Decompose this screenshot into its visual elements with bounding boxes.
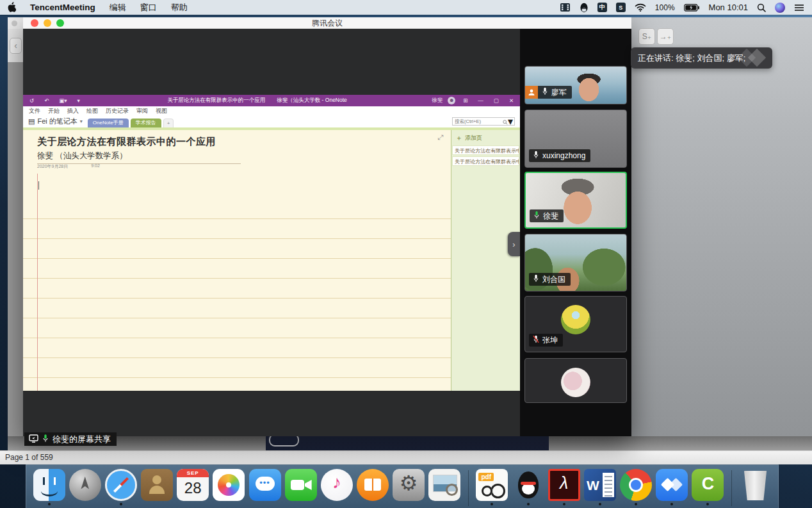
onenote-doc-title: 关于层论方法在有限群表示中的一个应用 <box>167 97 265 104</box>
new-section-tab[interactable]: + <box>163 119 174 127</box>
expand-page-icon[interactable]: ⤢ <box>437 133 443 142</box>
battery-percentage: 100% <box>655 3 675 12</box>
menu-home[interactable]: 开始 <box>48 107 60 115</box>
tencent-meeting-window: 腾讯会议 ↺ ↶ ▣▾ ▾ 关于层论方法在有限群表示中的一个应用 徐斐（汕头大学… <box>23 17 631 436</box>
onenote-search-box[interactable]: ▾ <box>452 117 515 126</box>
pdf-page-status-bar: Page 1 of 559 <box>0 450 812 464</box>
dock-item-facetime[interactable] <box>284 469 317 505</box>
menubar-menu-window[interactable]: 窗口 <box>133 0 164 15</box>
sidebar-expander-chevron[interactable]: › <box>508 232 520 256</box>
onenote-user-name: 徐斐 <box>432 97 443 104</box>
s-app-status-icon[interactable]: S <box>616 3 626 12</box>
participant-tile-liaojun[interactable]: 廖军 <box>524 66 627 104</box>
mic-muted-icon <box>533 335 539 345</box>
onenote-section-tab-bar: ▤ Fei 的笔记本 ▾ OneNote手册 学术报告 + <box>23 116 520 127</box>
page-list-item[interactable]: 关于层论方法在有限群表示中的应 <box>452 156 519 166</box>
onenote-close-button[interactable]: ✕ <box>507 97 516 104</box>
menubar-menu-help[interactable]: 帮助 <box>164 0 195 15</box>
dock-item-pdf-reader[interactable] <box>476 469 508 505</box>
meeting-window-title: 腾讯会议 <box>23 17 631 29</box>
plus-icon: ＋ <box>455 133 462 143</box>
dock-item-acrobat[interactable] <box>548 469 580 505</box>
background-window-navy-fragment <box>266 436 549 450</box>
dock-item-chrome[interactable] <box>619 469 652 505</box>
search-magnifier-icon[interactable]: ▾ <box>503 115 514 127</box>
note-author[interactable]: 徐斐 （汕头大学数学系） <box>37 151 241 161</box>
note-title[interactable]: 关于层论方法在有限群表示中的一个应用 <box>37 136 241 148</box>
dock-item-launchpad[interactable] <box>69 469 101 505</box>
dock-item-photos[interactable] <box>213 469 245 505</box>
dock-item-calendar[interactable]: SEP 28 <box>177 469 209 505</box>
menu-insert[interactable]: 插入 <box>67 107 79 115</box>
dock-item-safari[interactable] <box>104 469 137 505</box>
menu-view[interactable]: 视图 <box>156 107 167 115</box>
chevron-down-icon: ▾ <box>80 119 83 124</box>
ribbon-display-icon[interactable]: ⊞ <box>460 97 470 104</box>
shared-screen-area: ↺ ↶ ▣▾ ▾ 关于层论方法在有限群表示中的一个应用 徐斐（汕头大学数 - O… <box>23 29 520 436</box>
dock-item-finder[interactable] <box>33 469 65 505</box>
minimize-traffic-light[interactable] <box>44 19 51 27</box>
menubar-menu-edit[interactable]: 编辑 <box>102 0 133 15</box>
notification-center-icon[interactable] <box>794 4 804 12</box>
onenote-back-icon[interactable]: ↺ <box>27 97 37 104</box>
page-status-text: Page 1 of 559 <box>5 453 53 462</box>
page-list-item[interactable]: 关于层论方法在有限群表示中的一 <box>452 145 519 155</box>
qq-status-icon[interactable] <box>580 3 589 13</box>
meeting-title-bar[interactable]: 腾讯会议 <box>23 17 631 29</box>
inactive-traffic-light[interactable] <box>12 20 17 26</box>
participant-tile-xufei[interactable]: 徐斐 <box>524 172 627 229</box>
menubar-clock[interactable]: Mon 10:01 <box>709 3 748 12</box>
dock-item-preview[interactable] <box>428 469 461 505</box>
menu-draw[interactable]: 绘图 <box>86 107 98 115</box>
dock-item-qq[interactable] <box>512 469 544 505</box>
participant-tile-xuxingzhong[interactable]: xuxingzhong <box>524 110 627 168</box>
input-method-icon[interactable]: 中 <box>597 3 607 12</box>
section-tab-academic-report[interactable]: 学术报告 <box>131 119 161 127</box>
apple-menu-icon[interactable] <box>0 0 23 15</box>
margin-line <box>37 174 38 391</box>
mic-icon <box>533 274 539 284</box>
back-button[interactable]: ‹ <box>10 38 22 54</box>
film-status-icon[interactable] <box>560 3 571 12</box>
close-traffic-light[interactable] <box>31 19 38 27</box>
siri-icon[interactable] <box>775 3 785 13</box>
onenote-page-canvas[interactable]: 关于层论方法在有限群表示中的一个应用 徐斐 （汕头大学数学系） 2020年9月2… <box>23 130 451 391</box>
dock-item-contacts[interactable] <box>140 469 173 505</box>
user-avatar[interactable]: ☻ <box>448 97 455 104</box>
annotation-tool-button-s[interactable]: S₊ <box>638 28 655 45</box>
menu-review[interactable]: 审阅 <box>136 107 148 115</box>
menu-history[interactable]: 历史记录 <box>106 107 129 115</box>
battery-icon[interactable] <box>684 4 700 12</box>
dock-item-word[interactable] <box>583 469 616 505</box>
participant-tile-zhangkun[interactable]: 张坤 <box>524 296 627 352</box>
zoom-traffic-light[interactable] <box>56 19 64 27</box>
annotation-tool-button-arrow[interactable]: →₊ <box>657 28 674 45</box>
add-page-button[interactable]: ＋ 添加页 <box>451 130 520 145</box>
dock-item-messages[interactable] <box>248 469 281 505</box>
dock-item-camtasia[interactable] <box>692 469 724 505</box>
customize-toolbar-dropdown-icon[interactable]: ▾ <box>75 97 83 104</box>
onenote-ribbon-menu: 文件 开始 插入 绘图 历史记录 审阅 视图 <box>23 106 520 116</box>
menu-file[interactable]: 文件 <box>29 107 40 115</box>
dock-item-tencent-meeting[interactable] <box>656 469 688 505</box>
wifi-icon[interactable] <box>635 3 646 12</box>
menubar-app-name[interactable]: TencentMeeting <box>23 0 102 15</box>
onenote-restore-button[interactable]: ▢ <box>491 97 501 104</box>
spotlight-search-icon[interactable] <box>757 3 766 12</box>
onenote-minimize-button[interactable]: — <box>475 97 486 104</box>
participant-tile-unnamed[interactable] <box>524 358 627 403</box>
quick-access-dropdown-icon[interactable]: ▣▾ <box>56 97 69 104</box>
undo-icon[interactable]: ↶ <box>42 97 51 104</box>
dock-item-trash[interactable] <box>739 469 772 507</box>
participant-name: 徐斐 <box>543 211 558 222</box>
dock-item-ibooks[interactable] <box>356 469 389 505</box>
section-tab-onenote-manual[interactable]: OneNote手册 <box>88 119 129 127</box>
search-input[interactable] <box>453 119 503 124</box>
calendar-day: 28 <box>177 477 209 499</box>
notebook-selector[interactable]: ▤ Fei 的笔记本 ▾ <box>27 117 88 127</box>
participant-name: 刘合国 <box>542 274 565 285</box>
desktop: { "colors": { "menubar_bg": "#dde4ea", "… <box>0 0 812 508</box>
dock-item-itunes[interactable] <box>320 469 353 505</box>
dock-item-system-preferences[interactable] <box>393 469 425 505</box>
participant-tile-liuheguo[interactable]: 刘合国 <box>524 234 627 291</box>
